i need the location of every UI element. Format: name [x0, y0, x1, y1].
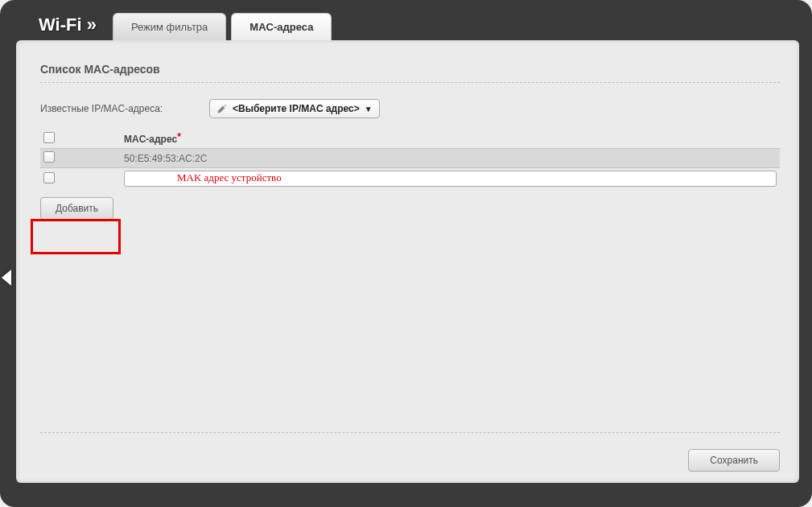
pencil-icon: [216, 103, 228, 114]
table-row[interactable]: MAK адрес устройство: [40, 168, 780, 190]
footer-actions: Сохранить: [688, 449, 780, 472]
tabs: Режим фильтра MAC-адреса: [113, 10, 336, 40]
save-button[interactable]: Сохранить: [688, 449, 780, 472]
mac-cell: 50:E5:49:53:AC:2C: [121, 149, 780, 168]
panel-title: Список MAC-адресов: [40, 63, 780, 76]
table-row[interactable]: 50:E5:49:53:AC:2C: [40, 149, 780, 168]
select-all-checkbox[interactable]: [43, 132, 55, 143]
section-title: Wi-Fi »: [39, 14, 97, 35]
required-asterisk: *: [177, 131, 181, 142]
add-button[interactable]: Добавить: [40, 197, 113, 220]
highlight-annotation: [31, 219, 121, 254]
column-mac: MAC-адрес*: [121, 130, 780, 149]
mac-input[interactable]: [124, 171, 777, 187]
tab-filter-mode[interactable]: Режим фильтра: [113, 13, 226, 40]
known-address-select[interactable]: <Выберите IP/MAC адрес> ▼: [209, 99, 380, 118]
mac-table: MAC-адрес* 50:E5:49:53:AC:2C MAK адрес у…: [40, 130, 780, 189]
content-panel: Список MAC-адресов Известные IP/MAC-адре…: [16, 40, 799, 483]
add-row: Добавить: [40, 197, 780, 220]
row-checkbox[interactable]: [43, 151, 55, 163]
app-frame: Wi-Fi » Режим фильтра MAC-адреса Список …: [0, 0, 812, 507]
known-addresses-label: Известные IP/MAC-адреса:: [40, 103, 209, 114]
known-addresses-row: Известные IP/MAC-адреса: <Выберите IP/MA…: [40, 99, 780, 118]
divider: [40, 82, 780, 83]
header: Wi-Fi » Режим фильтра MAC-адреса: [39, 10, 802, 40]
sidebar-toggle-icon[interactable]: [2, 270, 11, 286]
row-checkbox[interactable]: [43, 172, 55, 183]
divider: [40, 432, 780, 433]
tab-mac-addresses[interactable]: MAC-адреса: [231, 13, 332, 40]
select-placeholder: <Выберите IP/MAC адрес>: [233, 103, 360, 114]
table-header-row: MAC-адрес*: [40, 130, 780, 149]
chevron-down-icon: ▼: [365, 105, 373, 113]
